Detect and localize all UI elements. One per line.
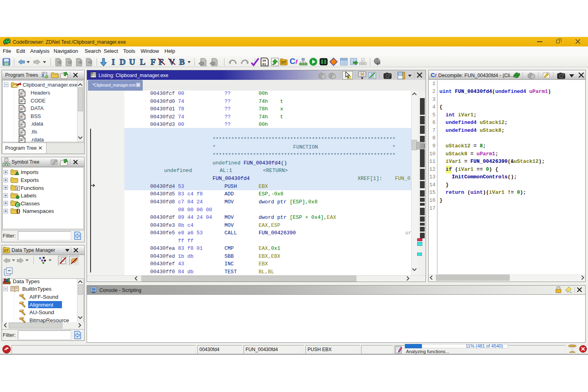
svg-text:DT: DT [4, 249, 9, 253]
svg-text:C: C [16, 203, 19, 207]
svg-text:01: 01 [262, 62, 266, 66]
svg-text:DT: DT [281, 60, 286, 64]
svg-text:10: 10 [262, 59, 266, 62]
